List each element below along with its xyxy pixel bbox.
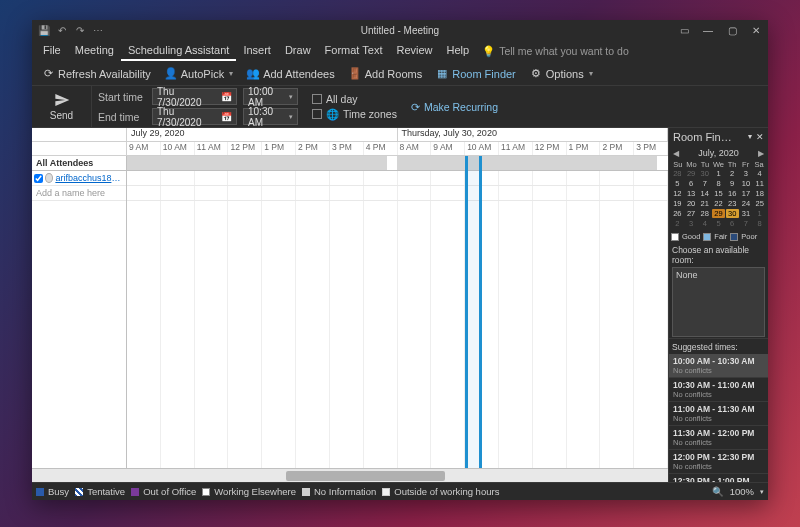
autopick-button[interactable]: 👤 AutoPick▾ (159, 66, 239, 82)
calendar-day[interactable]: 27 (685, 209, 698, 218)
calendar-day[interactable]: 10 (740, 179, 753, 188)
maximize-button[interactable]: ▢ (720, 20, 744, 40)
suggested-time-item[interactable]: 12:30 PM - 1:00 PMNo conflicts (669, 474, 768, 482)
calendar-day[interactable]: 29 (712, 209, 725, 218)
calendar-day[interactable]: 6 (685, 179, 698, 188)
menu-file[interactable]: File (36, 41, 68, 61)
time-zones-checkbox[interactable]: 🌐Time zones (312, 108, 397, 121)
redo-icon[interactable]: ↷ (74, 24, 86, 36)
calendar-day[interactable]: 2 (726, 169, 739, 178)
calendar-day[interactable]: 5 (712, 219, 725, 228)
calendar-day[interactable]: 31 (740, 209, 753, 218)
calendar-day[interactable]: 25 (753, 199, 766, 208)
calendar-day[interactable]: 30 (726, 209, 739, 218)
chevron-down-icon[interactable]: ▾ (760, 488, 764, 496)
refresh-availability-button[interactable]: ⟳ Refresh Availability (36, 66, 157, 82)
calendar-day[interactable]: 20 (685, 199, 698, 208)
calendar-day[interactable]: 26 (671, 209, 684, 218)
save-icon[interactable]: 💾 (38, 24, 50, 36)
calendar-day[interactable]: 17 (740, 189, 753, 198)
end-date-field[interactable]: Thu 7/30/2020📅 (152, 108, 237, 125)
options-button[interactable]: ⚙ Options▾ (524, 66, 599, 82)
scrollbar-thumb[interactable] (286, 471, 445, 481)
calendar-day[interactable]: 3 (740, 169, 753, 178)
suggested-time-item[interactable]: 10:30 AM - 11:00 AMNo conflicts (669, 378, 768, 402)
calendar-day[interactable]: 16 (726, 189, 739, 198)
calendar-day[interactable]: 4 (753, 169, 766, 178)
close-button[interactable]: ✕ (744, 20, 768, 40)
menu-meeting[interactable]: Meeting (68, 41, 121, 61)
all-attendees-header: All Attendees (32, 156, 126, 171)
room-list[interactable]: None (672, 267, 765, 337)
calendar-day[interactable]: 15 (712, 189, 725, 198)
suggested-time-item[interactable]: 12:00 PM - 12:30 PMNo conflicts (669, 450, 768, 474)
add-attendees-button[interactable]: 👥 Add Attendees (241, 66, 341, 82)
end-time-field[interactable]: 10:30 AM▾ (243, 108, 298, 125)
calendar-day[interactable]: 14 (698, 189, 711, 198)
start-time-field[interactable]: 10:00 AM▾ (243, 88, 298, 105)
calendar-day[interactable]: 28 (698, 209, 711, 218)
calendar-day[interactable]: 11 (753, 179, 766, 188)
calendar-day[interactable]: 9 (726, 179, 739, 188)
grid-background[interactable] (127, 201, 668, 468)
menu-review[interactable]: Review (389, 41, 439, 61)
add-attendee-input[interactable]: Add a name here (32, 186, 126, 201)
search-icon[interactable]: 🔍 (712, 486, 724, 497)
calendar-day[interactable]: 18 (753, 189, 766, 198)
attendee-checkbox[interactable] (34, 174, 43, 183)
ribbon-options-icon[interactable]: ▭ (672, 20, 696, 40)
make-recurring-button[interactable]: ⟳ Make Recurring (405, 86, 504, 127)
day-header-1: July 29, 2020 (127, 128, 398, 141)
calendar-day[interactable]: 1 (712, 169, 725, 178)
calendar-day[interactable]: 23 (726, 199, 739, 208)
minimize-button[interactable]: — (696, 20, 720, 40)
calendar-day[interactable]: 1 (753, 209, 766, 218)
add-rooms-button[interactable]: 🚪 Add Rooms (343, 66, 428, 82)
all-day-checkbox[interactable]: All day (312, 93, 397, 105)
undo-icon[interactable]: ↶ (56, 24, 68, 36)
menu-help[interactable]: Help (440, 41, 477, 61)
attendee-row[interactable]: arifbacchus18@live... (32, 171, 126, 186)
calendar-day[interactable]: 21 (698, 199, 711, 208)
menu-insert[interactable]: Insert (236, 41, 278, 61)
calendar-day[interactable]: 13 (685, 189, 698, 198)
menu-draw[interactable]: Draw (278, 41, 318, 61)
next-month-icon[interactable]: ▶ (756, 149, 766, 158)
suggested-time-item[interactable]: 11:00 AM - 11:30 AMNo conflicts (669, 402, 768, 426)
zoom-level[interactable]: 100% (730, 486, 754, 497)
send-button[interactable]: Send (32, 86, 92, 127)
suggested-time-item[interactable]: 11:30 AM - 12:00 PMNo conflicts (669, 426, 768, 450)
suggested-time-item[interactable]: 10:00 AM - 10:30 AMNo conflicts (669, 354, 768, 378)
calendar-day[interactable]: 8 (712, 179, 725, 188)
calendar-day[interactable]: 29 (685, 169, 698, 178)
menu-format-text[interactable]: Format Text (318, 41, 390, 61)
time-selection-marker[interactable] (465, 156, 482, 468)
close-pane-icon[interactable]: ✕ (756, 132, 764, 142)
calendar-day[interactable]: 7 (698, 179, 711, 188)
calendar-day[interactable]: 30 (698, 169, 711, 178)
globe-icon: 🌐 (326, 108, 339, 121)
menu-scheduling-assistant[interactable]: Scheduling Assistant (121, 41, 237, 61)
room-finder-button[interactable]: ▦ Room Finder (430, 66, 522, 82)
calendar-day[interactable]: 24 (740, 199, 753, 208)
calendar-day[interactable]: 19 (671, 199, 684, 208)
prev-month-icon[interactable]: ◀ (671, 149, 681, 158)
quick-access-icon[interactable]: ⋯ (92, 24, 104, 36)
calendar-day[interactable]: 12 (671, 189, 684, 198)
legend-no-info: No Information (302, 486, 376, 497)
calendar-day[interactable]: 8 (753, 219, 766, 228)
horizontal-scrollbar[interactable] (32, 468, 668, 482)
chevron-down-icon[interactable]: ▾ (748, 132, 752, 142)
calendar-days[interactable]: 2829301234567891011121314151617181920212… (671, 169, 766, 228)
recurring-icon: ⟳ (411, 101, 420, 113)
calendar-day[interactable]: 5 (671, 179, 684, 188)
calendar-day[interactable]: 4 (698, 219, 711, 228)
calendar-day[interactable]: 22 (712, 199, 725, 208)
calendar-day[interactable]: 28 (671, 169, 684, 178)
calendar-day[interactable]: 7 (740, 219, 753, 228)
calendar-day[interactable]: 3 (685, 219, 698, 228)
calendar-day[interactable]: 6 (726, 219, 739, 228)
calendar-day[interactable]: 2 (671, 219, 684, 228)
tell-me-search[interactable]: 💡 Tell me what you want to do (482, 45, 629, 58)
start-date-field[interactable]: Thu 7/30/2020📅 (152, 88, 237, 105)
